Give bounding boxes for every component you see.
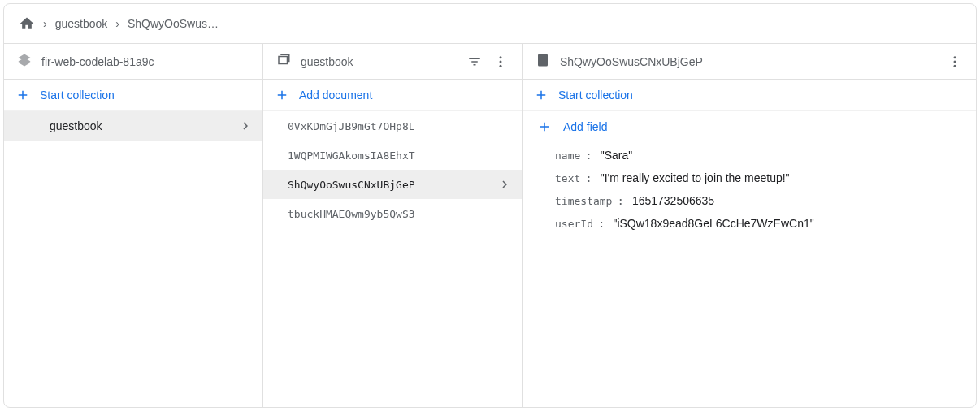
chevron-right-icon bbox=[497, 177, 512, 192]
field-key: text bbox=[555, 172, 580, 184]
plus-icon bbox=[537, 119, 552, 134]
field-key: timestamp bbox=[555, 195, 612, 207]
document-item[interactable]: tbuckHMAEQwm9yb5QwS3 bbox=[263, 199, 522, 228]
filter-icon[interactable] bbox=[466, 54, 483, 70]
breadcrumb: › guestbook › ShQwyOoSwus… bbox=[4, 4, 976, 44]
document-panel: ShQwyOoSwusCNxUBjGeP Start collection Ad… bbox=[523, 44, 976, 407]
documents-list: 0VxKDmGjJB9mGt7OHp8L 1WQPMIWGAkomsIA8Ehx… bbox=[263, 111, 522, 407]
breadcrumb-document[interactable]: ShQwyOoSwus… bbox=[128, 17, 219, 30]
collection-item-label: guestbook bbox=[50, 119, 102, 132]
document-item[interactable]: 0VxKDmGjJB9mGt7OHp8L bbox=[263, 111, 522, 141]
chevron-right-icon bbox=[238, 119, 253, 133]
more-vert-icon[interactable] bbox=[947, 54, 963, 70]
start-subcollection-label: Start collection bbox=[558, 89, 633, 102]
document-id: tbuckHMAEQwm9yb5QwS3 bbox=[288, 208, 415, 220]
collections-list: guestbook bbox=[4, 111, 262, 407]
field-row-timestamp[interactable]: timestamp: 1651732506635 bbox=[555, 189, 961, 212]
root-panel: fir-web-codelab-81a9c Start collection g… bbox=[4, 44, 263, 407]
field-value: "iSQw18x9ead8GeL6CcHe7WzEwCn1" bbox=[613, 217, 813, 230]
svg-point-0 bbox=[500, 56, 502, 58]
field-value: "Sara" bbox=[601, 149, 633, 162]
add-document-button[interactable]: Add document bbox=[263, 80, 522, 111]
chevron-right-icon: › bbox=[115, 17, 119, 30]
document-icon bbox=[536, 53, 550, 70]
documents-panel-header: guestbook bbox=[263, 44, 522, 80]
add-field-label: Add field bbox=[563, 120, 607, 133]
field-row-text[interactable]: text: "I'm really excited to join the me… bbox=[555, 167, 961, 189]
plus-icon bbox=[15, 88, 30, 102]
documents-panel: guestbook Add document 0VxKDmGjJB9mGt7OH… bbox=[263, 44, 523, 407]
field-key: name bbox=[555, 149, 580, 162]
breadcrumb-collection[interactable]: guestbook bbox=[55, 17, 108, 30]
collection-title: guestbook bbox=[301, 55, 457, 68]
document-id: ShQwyOoSwusCNxUBjGeP bbox=[288, 179, 415, 191]
document-item[interactable]: 1WQPMIWGAkomsIA8EhxT bbox=[263, 141, 522, 170]
svg-point-3 bbox=[954, 56, 956, 58]
add-document-label: Add document bbox=[299, 89, 372, 102]
svg-point-4 bbox=[954, 60, 956, 63]
more-vert-icon[interactable] bbox=[492, 54, 509, 70]
document-id: 0VxKDmGjJB9mGt7OHp8L bbox=[288, 120, 415, 132]
field-row-userid[interactable]: userId: "iSQw18x9ead8GeL6CcHe7WzEwCn1" bbox=[555, 212, 961, 235]
firestore-data-viewer: › guestbook › ShQwyOoSwus… fir-web-codel… bbox=[3, 3, 977, 408]
svg-point-5 bbox=[954, 64, 956, 67]
start-collection-label: Start collection bbox=[40, 89, 115, 102]
document-id: 1WQPMIWGAkomsIA8EhxT bbox=[288, 149, 415, 162]
database-icon bbox=[17, 53, 32, 70]
document-panel-header: ShQwyOoSwusCNxUBjGeP bbox=[523, 44, 976, 80]
root-panel-header: fir-web-codelab-81a9c bbox=[4, 44, 262, 80]
collection-item-guestbook[interactable]: guestbook bbox=[4, 111, 262, 141]
project-id: fir-web-codelab-81a9c bbox=[41, 55, 249, 68]
chevron-right-icon: › bbox=[43, 17, 47, 30]
columns: fir-web-codelab-81a9c Start collection g… bbox=[4, 44, 976, 407]
plus-icon bbox=[534, 88, 549, 102]
document-title: ShQwyOoSwusCNxUBjGeP bbox=[560, 55, 937, 68]
fields-list: name: "Sara" text: "I'm really excited t… bbox=[523, 142, 976, 243]
field-value: 1651732506635 bbox=[632, 194, 714, 207]
svg-point-2 bbox=[500, 64, 502, 67]
field-value: "I'm really excited to join the meetup!" bbox=[601, 171, 790, 184]
collection-icon bbox=[276, 53, 291, 70]
svg-point-1 bbox=[500, 60, 502, 63]
field-key: userId bbox=[555, 218, 593, 230]
plus-icon bbox=[275, 88, 289, 102]
home-icon[interactable] bbox=[19, 15, 35, 32]
document-item[interactable]: ShQwyOoSwusCNxUBjGeP bbox=[263, 170, 522, 199]
add-field-button[interactable]: Add field bbox=[523, 111, 976, 142]
start-subcollection-button[interactable]: Start collection bbox=[523, 80, 976, 111]
start-collection-button[interactable]: Start collection bbox=[4, 80, 262, 111]
field-row-name[interactable]: name: "Sara" bbox=[555, 144, 961, 167]
